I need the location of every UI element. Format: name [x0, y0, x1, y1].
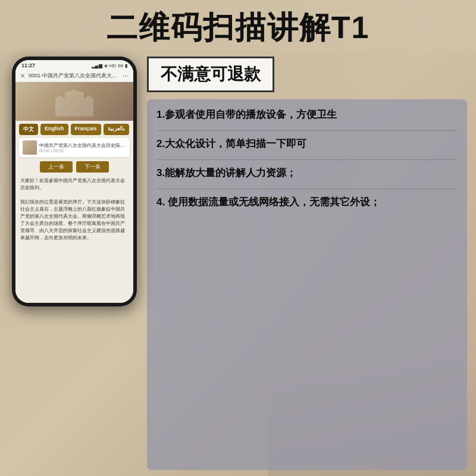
feature-content-4: 使用数据流量或无线网络接入，无需其它外设；	[168, 196, 380, 208]
phone-screen: 11:27 ▂▄▆ ◈ HD 68 ▮ ✕ 0001-中国共产党第八次全国代表大…	[15, 60, 133, 303]
audio-time: 00:00 / 09:52	[39, 149, 126, 153]
audio-thumbnail	[23, 140, 37, 155]
phone-content: 中文 English Français بالعربية 中国共产党第八次全国代…	[15, 82, 133, 303]
audio-entry[interactable]: 中国共产党第八次全国代表大会历史陈列·0001 00:00 / 09:52	[19, 138, 130, 157]
phone-text: 大家好！欢迎参观中国共产党第八次全国代表大会历史陈列。 我们现在的位置是展览的序…	[15, 175, 133, 244]
hd-badge: HD	[109, 63, 117, 68]
phone-wrapper: 11:27 ▂▄▆ ◈ HD 68 ▮ ✕ 0001-中国共产党第八次全国代表大…	[9, 57, 140, 470]
title-area: 二维码扫描讲解T1	[0, 0, 476, 51]
lang-tab-english[interactable]: English	[40, 124, 68, 135]
building-shape	[51, 87, 98, 117]
nav-title: 0001-中国共产党第八次全国代表大...	[29, 72, 119, 80]
refund-box: 不满意可退款	[147, 57, 274, 92]
feature-index-1: 1.	[156, 109, 165, 120]
audio-title: 中国共产党第八次全国代表大会历史陈列·0001	[39, 143, 126, 149]
feature-text-2: 2.大众化设计，简单扫描一下即可	[156, 138, 306, 149]
feature-item-1: 1.参观者使用自带的播放设备，方便卫生	[156, 108, 458, 122]
playback-controls: 上一条 下一条	[15, 159, 133, 175]
divider-3	[156, 189, 458, 189]
feature-content-3: 能解放大量的讲解人力资源；	[165, 167, 296, 178]
feature-index-2: 2.	[156, 138, 165, 149]
main-container: 二维码扫描讲解T1 11:27 ▂▄▆ ◈ HD 68 ▮	[0, 0, 476, 476]
audio-info: 中国共产党第八次全国代表大会历史陈列·0001 00:00 / 09:52	[39, 143, 126, 153]
feature-text-4: 4. 使用数据流量或无线网络接入，无需其它外设；	[156, 196, 380, 208]
status-time: 11:27	[21, 62, 35, 68]
lang-tabs: 中文 English Français بالعربية	[15, 121, 133, 138]
features-box: 1.参观者使用自带的播放设备，方便卫生 2.大众化设计，简单扫描一下即可 3.能…	[147, 99, 467, 470]
battery-value: 68	[118, 63, 123, 68]
battery-icon: ▮	[125, 63, 127, 68]
feature-content-1: 参观者使用自带的播放设备，方便卫生	[165, 109, 337, 120]
close-icon[interactable]: ✕	[20, 73, 25, 79]
signal-icon: ▂▄▆	[92, 63, 102, 68]
divider-2	[156, 159, 458, 160]
feature-text-1: 1.参观者使用自带的播放设备，方便卫生	[156, 109, 337, 120]
lang-tab-arabic[interactable]: بالعربية	[104, 124, 129, 135]
feature-item-3: 3.能解放大量的讲解人力资源；	[156, 166, 458, 180]
status-right: ▂▄▆ ◈ HD 68 ▮	[92, 63, 127, 68]
feature-index-4: 4.	[156, 196, 168, 208]
text-para1: 大家好！欢迎参观中国共产党第八次全国代表大会历史陈列。	[20, 177, 129, 192]
wifi-icon: ◈	[104, 63, 108, 68]
feature-item-2: 2.大众化设计，简单扫描一下即可	[156, 137, 458, 151]
content-row: 11:27 ▂▄▆ ◈ HD 68 ▮ ✕ 0001-中国共产党第八次全国代表大…	[0, 51, 476, 476]
right-panel: 不满意可退款 1.参观者使用自带的播放设备，方便卫生 2.大众化设计，简单扫描一…	[147, 57, 467, 470]
status-bar: 11:27 ▂▄▆ ◈ HD 68 ▮	[15, 60, 133, 70]
more-icon[interactable]: ···	[123, 71, 129, 80]
nav-bar: ✕ 0001-中国共产党第八次全国代表大... ···	[15, 70, 133, 82]
lang-tab-french[interactable]: Français	[71, 124, 101, 135]
hero-image	[15, 82, 133, 121]
divider-1	[156, 130, 458, 131]
feature-index-3: 3.	[156, 167, 165, 178]
prev-button[interactable]: 上一条	[40, 161, 73, 173]
next-button[interactable]: 下一条	[76, 161, 109, 173]
refund-text: 不满意可退款	[161, 65, 261, 83]
lang-tab-chinese[interactable]: 中文	[19, 124, 38, 135]
page-title: 二维码扫描讲解T1	[12, 11, 464, 45]
feature-item-4: 4. 使用数据流量或无线网络接入，无需其它外设；	[156, 195, 458, 209]
phone-mockup: 11:27 ▂▄▆ ◈ HD 68 ▮ ✕ 0001-中国共产党第八次全国代表大…	[12, 57, 137, 306]
text-para2: 我们现在的位置是展览的序厅。下方这块卧碑象征社会主义基石，主题浮雕上的八面红旗象…	[20, 199, 129, 242]
feature-content-2: 大众化设计，简单扫描一下即可	[165, 138, 306, 149]
feature-text-3: 3.能解放大量的讲解人力资源；	[156, 167, 296, 178]
